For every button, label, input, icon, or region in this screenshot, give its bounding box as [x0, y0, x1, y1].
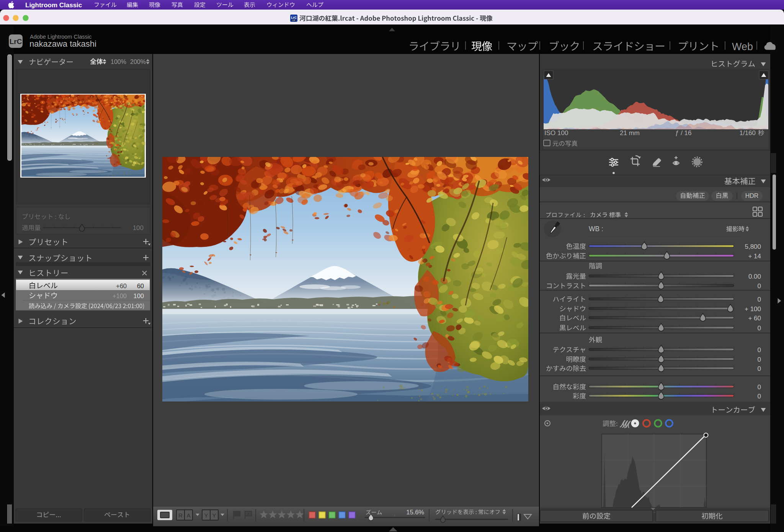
svg-text:Web: Web [732, 41, 753, 52]
svg-text:ISO 100: ISO 100 [544, 129, 568, 137]
svg-text:A: A [186, 512, 190, 519]
svg-text:0: 0 [758, 365, 761, 372]
svg-text:Y: Y [212, 512, 216, 519]
svg-text:x: x [247, 512, 250, 516]
svg-text:+60: +60 [116, 282, 127, 289]
svg-text:+ 100: + 100 [745, 305, 761, 313]
svg-text:1/160: 1/160 [739, 129, 756, 137]
svg-text:0: 0 [758, 356, 761, 363]
svg-text:R: R [178, 512, 183, 519]
svg-text:60: 60 [137, 282, 144, 289]
svg-text:5,800: 5,800 [745, 243, 761, 250]
svg-text:nakazawa takashi: nakazawa takashi [29, 39, 96, 49]
svg-text:ƒ / 16: ƒ / 16 [675, 129, 692, 137]
svg-text:HDR: HDR [745, 193, 759, 199]
svg-text:100%: 100% [111, 59, 126, 65]
svg-text:0: 0 [758, 282, 761, 290]
svg-text:CAT: CAT [292, 20, 296, 21]
svg-text:200%: 200% [130, 59, 146, 65]
svg-text:0: 0 [758, 383, 761, 391]
svg-text:100: 100 [133, 292, 144, 299]
svg-text:Y: Y [204, 512, 208, 519]
svg-text:LrC: LrC [10, 38, 22, 46]
svg-text:0: 0 [758, 346, 761, 354]
svg-text:21 mm: 21 mm [620, 129, 640, 137]
svg-text:+100: +100 [113, 292, 127, 299]
svg-text:WB :: WB : [589, 225, 603, 233]
svg-text:0: 0 [758, 393, 761, 400]
svg-text:LrC: LrC [291, 16, 297, 20]
svg-text:Lightroom Classic: Lightroom Classic [25, 2, 82, 9]
svg-text:0.00: 0.00 [748, 273, 761, 280]
svg-text:+ 14: + 14 [748, 253, 761, 260]
svg-text:0: 0 [758, 325, 761, 332]
svg-text:+ 60: + 60 [748, 315, 761, 322]
svg-text:100: 100 [133, 224, 144, 232]
svg-text:0: 0 [758, 296, 761, 303]
svg-text:15.6%: 15.6% [406, 509, 424, 516]
